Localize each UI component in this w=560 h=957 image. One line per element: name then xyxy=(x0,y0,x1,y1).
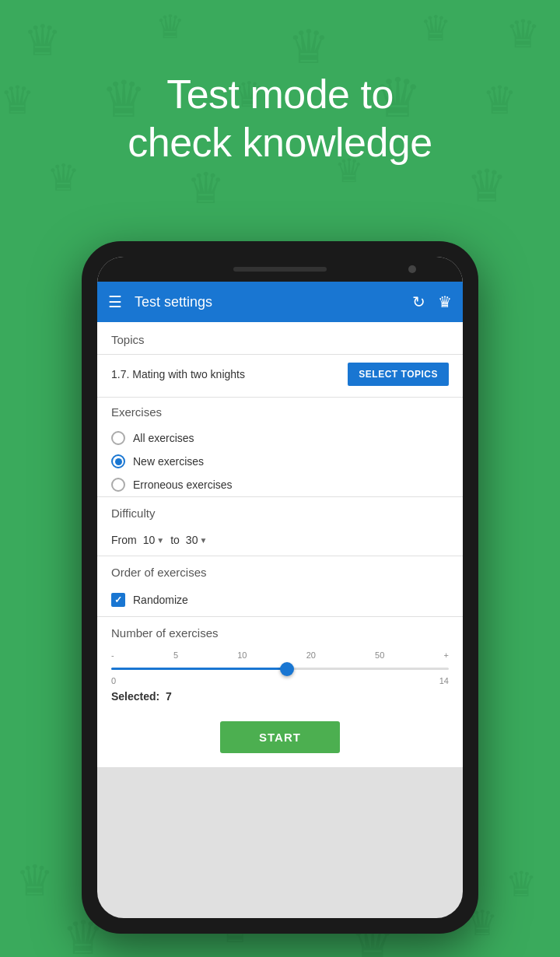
slider-track xyxy=(111,668,449,670)
topics-section: Topics xyxy=(97,322,463,346)
slider-mark-minus: - xyxy=(111,650,114,660)
bottom-area xyxy=(97,767,463,814)
start-button[interactable]: START xyxy=(220,721,340,753)
menu-icon[interactable]: ☰ xyxy=(108,293,122,311)
app-bar-actions: ↻ ♛ xyxy=(412,293,452,311)
selected-label: Selected: xyxy=(111,690,159,703)
slider-mark-20: 20 xyxy=(306,650,316,660)
exercises-section-title: Exercises xyxy=(111,405,449,419)
from-dropdown[interactable]: 10 ▼ xyxy=(143,534,164,546)
slider-thumb[interactable] xyxy=(280,662,294,676)
from-label: From xyxy=(111,534,137,546)
randomize-checkbox[interactable]: ✓ xyxy=(111,593,125,607)
content-area: Topics 1.7. Mating with two knights SELE… xyxy=(97,322,463,767)
from-value: 10 xyxy=(143,534,156,546)
slider-mark-10: 10 xyxy=(237,650,247,660)
to-value: 30 xyxy=(186,534,198,546)
number-section: Number of exercises - 5 10 20 50 + 0 xyxy=(97,617,463,710)
radio-erroneous-circle xyxy=(111,478,125,492)
logo-icon[interactable]: ♛ xyxy=(438,293,452,311)
topics-section-title: Topics xyxy=(111,333,449,346)
radio-all-circle xyxy=(111,431,125,445)
order-section-title: Order of exercises xyxy=(111,566,449,579)
selected-value: 7 xyxy=(166,690,172,703)
difficulty-row: From 10 ▼ to 30 ▼ xyxy=(111,528,449,556)
phone-device: ☰ Test settings ↻ ♛ Topics 1.7. Mating w… xyxy=(82,241,478,934)
slider-fill xyxy=(111,668,287,670)
current-topic: 1.7. Mating with two knights xyxy=(111,368,245,380)
phone-notch xyxy=(97,257,463,282)
radio-new-circle xyxy=(111,454,125,468)
radio-all-exercises[interactable]: All exercises xyxy=(111,426,449,450)
order-section: Order of exercises ✓ Randomize xyxy=(97,556,463,616)
phone-camera xyxy=(408,265,416,273)
slider-marks: - 5 10 20 50 + xyxy=(111,647,449,664)
select-topics-button[interactable]: SELECT TOPICS xyxy=(348,363,449,386)
slider-max-label: 14 xyxy=(439,676,449,685)
randomize-label: Randomize xyxy=(133,594,188,606)
slider-range-labels: 0 14 xyxy=(111,676,449,685)
exercises-section: Exercises All exercises New exercises Er… xyxy=(97,398,463,496)
radio-erroneous-label: Erroneous exercises xyxy=(133,478,233,491)
difficulty-section-title: Difficulty xyxy=(111,507,449,520)
slider-container[interactable] xyxy=(111,664,449,673)
topics-row: 1.7. Mating with two knights SELECT TOPI… xyxy=(97,355,463,397)
difficulty-section: Difficulty From 10 ▼ to 30 ▼ xyxy=(97,497,463,556)
checkmark-icon: ✓ xyxy=(114,594,122,605)
start-button-container: START xyxy=(97,710,463,767)
to-label: to xyxy=(170,534,180,546)
selected-count: Selected: 7 xyxy=(111,685,449,710)
page-title: Test mode to check knowledge xyxy=(0,70,560,167)
slider-mark-plus: + xyxy=(444,650,449,660)
refresh-icon[interactable]: ↻ xyxy=(412,293,425,311)
slider-mark-50: 50 xyxy=(375,650,384,660)
to-dropdown[interactable]: 30 ▼ xyxy=(186,534,207,546)
phone-speaker xyxy=(233,267,327,272)
radio-all-label: All exercises xyxy=(133,432,194,444)
radio-new-label: New exercises xyxy=(133,455,204,468)
app-bar-title: Test settings xyxy=(135,294,400,310)
app-bar: ☰ Test settings ↻ ♛ xyxy=(97,282,463,322)
number-section-title: Number of exercises xyxy=(111,626,449,640)
to-arrow-icon: ▼ xyxy=(199,536,207,545)
from-arrow-icon: ▼ xyxy=(156,536,164,545)
slider-min-label: 0 xyxy=(111,676,116,685)
radio-new-exercises[interactable]: New exercises xyxy=(111,450,449,473)
radio-erroneous-exercises[interactable]: Erroneous exercises xyxy=(111,473,449,496)
slider-mark-5: 5 xyxy=(173,650,178,660)
randomize-row[interactable]: ✓ Randomize xyxy=(111,587,449,616)
